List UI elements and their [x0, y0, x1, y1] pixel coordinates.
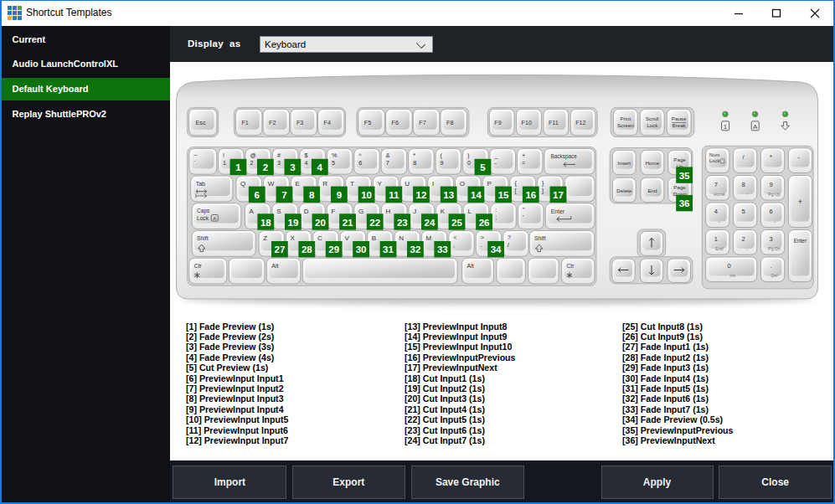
svg-text:F12: F12: [575, 119, 585, 126]
svg-text:2: 2: [250, 159, 254, 167]
svg-text:17: 17: [553, 190, 564, 200]
svg-text:L: L: [467, 208, 472, 215]
svg-text:Insert: Insert: [618, 160, 631, 166]
svg-text:*: *: [770, 153, 772, 161]
svg-text:S: S: [276, 208, 281, 215]
svg-text:19: 19: [288, 218, 299, 228]
svg-text:4: 4: [714, 208, 718, 215]
svg-text:): ): [467, 152, 469, 159]
svg-text:7: 7: [714, 181, 718, 188]
svg-text:Home: Home: [714, 192, 725, 197]
svg-text:Break: Break: [673, 122, 687, 128]
svg-text:8: 8: [413, 159, 416, 167]
svg-text:Y: Y: [378, 180, 383, 188]
svg-text:Print: Print: [620, 116, 631, 121]
svg-text:Lock: Lock: [709, 158, 719, 163]
svg-text:U: U: [405, 180, 410, 188]
svg-text::: :: [495, 206, 497, 213]
svg-text:9: 9: [441, 159, 444, 167]
svg-text:K: K: [441, 208, 446, 215]
svg-text:Page: Page: [673, 184, 686, 190]
svg-text:>: >: [481, 234, 484, 241]
svg-text:0: 0: [467, 159, 471, 167]
svg-text:F5: F5: [364, 119, 371, 126]
svg-text:$: $: [304, 152, 307, 159]
svg-text:P: P: [487, 180, 491, 188]
svg-text:11: 11: [389, 190, 399, 200]
svg-text:+: +: [522, 152, 525, 159]
svg-text:V: V: [344, 234, 349, 242]
svg-text:Pause: Pause: [672, 116, 687, 121]
svg-text:F2: F2: [269, 119, 276, 126]
svg-text:9: 9: [769, 181, 772, 188]
svg-text:%: %: [332, 152, 338, 159]
svg-text:1: 1: [714, 235, 718, 243]
svg-text:Page: Page: [673, 157, 686, 162]
svg-text:M: M: [426, 234, 432, 242]
svg-text:Ctr: Ctr: [566, 263, 575, 269]
svg-text:↑: ↑: [745, 192, 748, 197]
svg-text:22: 22: [369, 218, 380, 228]
svg-text:.: .: [770, 262, 771, 270]
svg-text:F9: F9: [494, 119, 501, 126]
svg-text:T: T: [350, 180, 354, 188]
svg-text:R: R: [322, 180, 327, 188]
svg-text:Screen: Screen: [617, 122, 634, 128]
svg-text:3: 3: [277, 159, 281, 167]
svg-text:#: #: [277, 152, 281, 159]
svg-text:Delete: Delete: [616, 188, 631, 193]
svg-text:12: 12: [416, 190, 427, 200]
svg-text:End: End: [647, 188, 657, 193]
svg-text:Alt: Alt: [467, 263, 474, 269]
svg-text:24: 24: [425, 218, 436, 228]
svg-text:Caps: Caps: [197, 208, 210, 214]
svg-text:0: 0: [728, 262, 731, 270]
svg-text:Z: Z: [263, 234, 267, 242]
svg-text:5: 5: [332, 159, 335, 167]
svg-text:3: 3: [290, 162, 295, 172]
svg-text:End: End: [715, 246, 723, 251]
svg-text:*: *: [413, 152, 415, 159]
svg-text:G: G: [358, 208, 363, 215]
svg-text:26: 26: [479, 218, 490, 228]
svg-text:13: 13: [443, 190, 454, 200]
svg-text:Lock: Lock: [197, 215, 209, 221]
svg-text:1: 1: [235, 162, 241, 172]
svg-text:A: A: [753, 123, 758, 131]
svg-text:F11: F11: [549, 119, 559, 126]
svg-text:8: 8: [309, 190, 315, 200]
svg-text:6: 6: [769, 208, 772, 215]
svg-text:↓: ↓: [745, 246, 748, 251]
svg-text:Pg Up: Pg Up: [768, 192, 781, 197]
svg-text:F1: F1: [241, 119, 248, 126]
svg-text:!: !: [223, 152, 224, 159]
svg-text:Esc: Esc: [196, 119, 206, 126]
svg-text:+: +: [798, 198, 802, 206]
svg-text:Ins: Ins: [729, 273, 735, 278]
svg-text:Alt: Alt: [271, 263, 278, 269]
svg-text:15: 15: [498, 190, 509, 200]
svg-text:←: ←: [717, 219, 721, 224]
svg-text:29: 29: [328, 244, 339, 255]
svg-text:3: 3: [769, 235, 772, 243]
svg-text:B: B: [372, 234, 376, 242]
svg-text:D: D: [304, 208, 309, 215]
svg-text:~: ~: [193, 152, 197, 159]
svg-text:N: N: [399, 234, 404, 242]
svg-text:6: 6: [358, 159, 362, 167]
svg-text:O: O: [460, 180, 465, 188]
svg-text:31: 31: [383, 244, 394, 255]
svg-text:16: 16: [525, 190, 536, 200]
svg-text:F4: F4: [324, 119, 331, 126]
svg-text:21: 21: [343, 218, 353, 228]
svg-text:33: 33: [437, 244, 448, 255]
svg-text:A: A: [213, 216, 216, 221]
svg-text:Lock: Lock: [647, 122, 658, 128]
svg-text:20: 20: [315, 218, 326, 228]
svg-text:7: 7: [281, 190, 286, 200]
svg-text:2: 2: [742, 235, 745, 243]
svg-text:J: J: [413, 208, 416, 215]
svg-text:?: ?: [508, 234, 511, 241]
svg-text:Scroll: Scroll: [646, 116, 658, 121]
svg-text:Ctr: Ctr: [194, 263, 203, 269]
